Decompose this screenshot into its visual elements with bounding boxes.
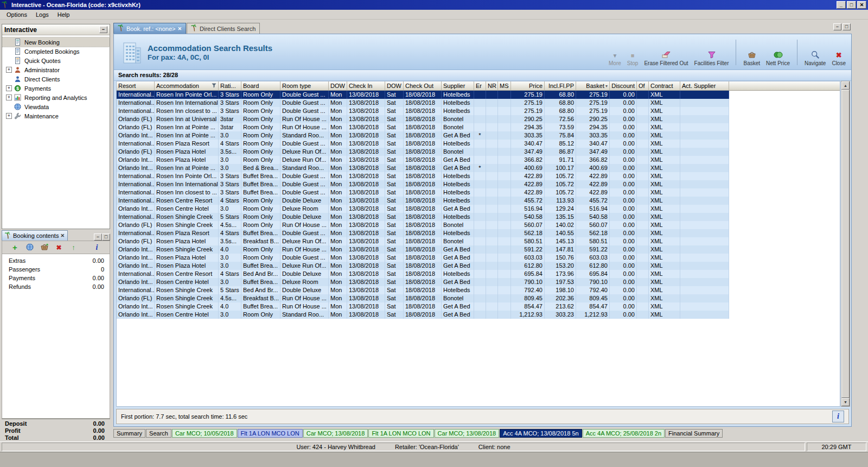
column-header-act-supplier[interactable]: Act. Supplier [680,81,729,90]
table-row[interactable]: International...Rosen Inn Pointe Orl...3… [117,91,729,99]
booking-item-refunds[interactable]: Refunds0.00 [2,283,110,292]
menu-options[interactable]: Options [2,10,31,19]
column-header-dow[interactable]: DOW [329,81,347,90]
sidebar-item-viewdata[interactable]: Viewdata [2,102,110,111]
column-header-of[interactable]: Of [637,81,649,90]
bottom-tab-car-mco-13-08-2018[interactable]: Car MCO; 13/08/2018 [303,429,368,438]
table-row[interactable]: International...Rosen Plaza Resort4 Star… [117,229,729,237]
column-header-room-type[interactable]: Room type [280,81,329,90]
table-row[interactable]: Orlando (FL)Rosen Plaza Hotel3.5s...Room… [117,148,729,156]
menu-help[interactable]: Help [53,10,74,19]
column-header-basket[interactable]: Basket▾ [576,81,610,90]
tab-close-icon[interactable]: ✕ [178,26,182,31]
bottom-tab-financial-summary[interactable]: Financial Summary [665,429,723,438]
bottom-tab-summary[interactable]: Summary [113,429,145,438]
booking-item-extras[interactable]: Extras0.00 [2,257,110,266]
sidebar-item-quick-quotes[interactable]: Quick Quotes [2,56,110,65]
booking-item-payments[interactable]: Payments0.00 [2,274,110,283]
booking-item-passengers[interactable]: Passengers0 [2,266,110,274]
expand-icon[interactable]: + [6,113,12,119]
booking-panel-restore-button[interactable]: □ [102,234,110,241]
scroll-down-icon[interactable]: ▼ [841,398,850,406]
table-row[interactable]: Orlando (FL)Rosen Inn at Universal3starR… [117,115,729,123]
info-button[interactable]: i [92,243,102,253]
column-header-nr[interactable]: NR [486,81,498,90]
sidebar-item-new-booking[interactable]: New Booking [2,37,110,47]
column-header-rati[interactable]: Rati... [219,81,241,90]
delete-button[interactable]: ✖ [54,243,64,253]
bottom-tab-search[interactable]: Search [146,429,171,438]
table-row[interactable]: International...Rosen Inn closest to ...… [117,188,729,197]
menu-logs[interactable]: Logs [31,10,53,19]
maximize-button[interactable]: □ [847,1,856,9]
tab-booking-contents[interactable]: Booking contents ✕ [2,230,68,241]
bottom-tab-acc-4a-mco-25-08-2018-2n[interactable]: Acc 4A MCO; 25/08/2018 2n [583,429,665,438]
scrollbar-thumb[interactable] [841,90,850,398]
table-row[interactable]: International...Rosen Inn closest to ...… [117,107,729,115]
navigate-button[interactable]: Navigate [805,37,826,67]
upload-button[interactable]: ↑ [69,243,79,253]
tab-book-ref-none[interactable]: Book. ref.: <none>✕ [113,23,186,34]
table-row[interactable]: International...Rosen Inn Pointe Orl...3… [117,172,729,180]
column-header-incl-fl-pp[interactable]: Incl.Fl.PP [545,81,576,90]
table-row[interactable]: Orlando Int...Rosen Centre Hotel3.0Room … [117,311,729,319]
column-header-er[interactable]: Er [474,81,486,90]
mdi-minimize-button[interactable]: − [833,23,841,30]
column-header-ms[interactable]: MS [498,81,511,90]
nett-price-button[interactable]: Nett Price [766,37,790,67]
table-row[interactable]: Orlando Int...Rosen Plaza Hotel3.0Buffet… [117,262,729,270]
sidebar-collapse-button[interactable]: − [99,26,107,33]
table-row[interactable]: Orlando (FL)Rosen Inn at Pointe ...3star… [117,123,729,131]
column-filter-icon[interactable] [212,83,216,89]
bottom-tab-car-mco-13-08-2018[interactable]: Car MCO; 13/08/2018 [435,429,500,438]
facilities-filter-button[interactable]: Facilities Filter [694,37,729,67]
table-row[interactable]: Orlando Int...Rosen Centre Hotel3.0Room … [117,205,729,213]
table-row[interactable]: International...Rosen Centre Resort4 Sta… [117,197,729,205]
sidebar-item-completed-bookings[interactable]: Completed Bookings [2,47,110,56]
sidebar-item-payments[interactable]: +$Payments [2,84,110,93]
column-header-price[interactable]: Price [511,81,545,90]
mdi-restore-button[interactable]: □ [843,23,851,30]
table-row[interactable]: International...Rosen Inn International3… [117,99,729,107]
expand-icon[interactable]: + [6,85,12,91]
table-row[interactable]: Orlando (FL)Rosen Shingle Creek4.5s...Ro… [117,221,729,229]
column-header-discount[interactable]: Discount [610,81,637,90]
table-row[interactable]: International...Rosen Shingle Creek5 Sta… [117,286,729,294]
add-button[interactable]: + [10,243,20,253]
bottom-tab-car-mco-10-05-2018[interactable]: Car MCO; 10/05/2018 [172,429,237,438]
sidebar-item-administrator[interactable]: +Administrator [2,65,110,74]
column-header-accommodation[interactable]: Accommodation [155,81,219,90]
column-header-supplier[interactable]: Supplier [442,81,474,90]
table-row[interactable]: International...Rosen Shingle Creek5 Sta… [117,213,729,221]
table-row[interactable]: International...Rosen Centre Resort4 Sta… [117,270,729,278]
column-header-dow[interactable]: DOW [385,81,404,90]
info-button[interactable]: i [832,411,844,422]
erase-filtered-out-button[interactable]: Erase Filtered Out [644,37,688,67]
booking-panel-minimize-button[interactable]: − [94,234,102,241]
vertical-scrollbar[interactable]: ▲ ▼ [841,81,850,407]
table-row[interactable]: International...Rosen Plaza Resort4 Star… [117,140,729,148]
column-header-check-in[interactable]: Check In [347,81,385,90]
window-close-button[interactable]: ✕ [857,1,866,9]
scroll-up-icon[interactable]: ▲ [841,81,850,90]
world-button[interactable] [25,243,35,253]
column-header-contract[interactable]: Contract [649,81,680,90]
table-row[interactable]: Orlando Int...Rosen Inn at Pointe ...3.0… [117,131,729,140]
table-row[interactable]: Orlando (FL)Rosen Plaza Hotel3.5s...Brea… [117,237,729,245]
table-row[interactable]: Orlando Int...Rosen Plaza Hotel3.0Room O… [117,254,729,262]
expand-icon[interactable]: + [6,67,12,73]
bottom-tab-flt-1a-lon-mco-lon[interactable]: Flt 1A LON MCO LON [238,429,303,438]
bottom-tab-acc-4a-mco-13-08-2018-5n[interactable]: Acc 4A MCO; 13/08/2018 5n [500,429,582,438]
table-row[interactable]: Orlando (FL)Rosen Shingle Creek4.5s...Br… [117,294,729,302]
close-button[interactable]: ✖Close [832,37,846,67]
basket-add-button[interactable] [40,243,49,253]
column-header-check-out[interactable]: Check Out [404,81,442,90]
bottom-tab-flt-1a-lon-mco-lon[interactable]: Flt 1A LON MCO LON [368,429,433,438]
table-row[interactable]: International...Rosen Inn International3… [117,180,729,188]
basket-button[interactable]: Basket [743,37,760,67]
minimize-button[interactable]: _ [837,1,846,9]
sidebar-item-direct-clients[interactable]: Direct Clients [2,74,110,84]
table-row[interactable]: Orlando Int...Rosen Shingle Creek4.0Buff… [117,302,729,311]
booking-tab-close-icon[interactable]: ✕ [60,233,65,238]
sidebar-item-reporting-and-analytics[interactable]: +Reporting and Analytics [2,93,110,102]
